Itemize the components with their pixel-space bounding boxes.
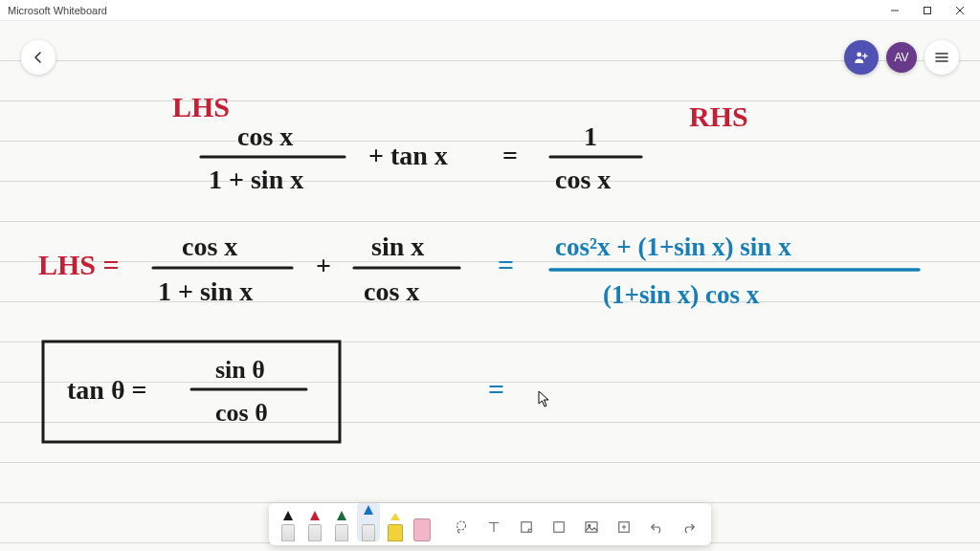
svg-point-15: [457, 521, 466, 530]
highlighter-yellow[interactable]: [384, 509, 407, 541]
window-controls: [879, 0, 976, 21]
image-tool[interactable]: [577, 513, 606, 541]
window-titlebar: Microsoft Whiteboard: [0, 0, 980, 21]
shape-tool[interactable]: [545, 513, 573, 541]
close-button[interactable]: [944, 0, 976, 21]
text-tool[interactable]: [479, 513, 508, 541]
invite-button[interactable]: [844, 40, 879, 75]
svg-rect-18: [586, 522, 597, 533]
undo-button[interactable]: [642, 513, 671, 541]
user-avatar[interactable]: AV: [886, 42, 917, 73]
svg-rect-17: [554, 522, 565, 533]
pen-green[interactable]: [330, 509, 353, 541]
lasso-tool[interactable]: [447, 513, 476, 541]
eraser-tool[interactable]: [411, 509, 434, 541]
pen-blue[interactable]: [357, 503, 380, 541]
svg-rect-16: [522, 522, 532, 533]
note-tool[interactable]: [512, 513, 541, 541]
pen-black[interactable]: [277, 509, 300, 541]
canvas-topbar: AV: [0, 36, 980, 78]
svg-rect-1: [924, 7, 931, 13]
pen-toolbar: [269, 503, 711, 545]
whiteboard-canvas[interactable]: AV LHS RHS cos x 1 + sin x + tan x = 1 c…: [0, 21, 980, 551]
add-tool[interactable]: [610, 513, 638, 541]
pen-red[interactable]: [303, 509, 326, 541]
window-title: Microsoft Whiteboard: [4, 5, 879, 16]
svg-point-4: [857, 53, 861, 57]
ruled-background: [0, 21, 980, 551]
back-button[interactable]: [21, 40, 56, 75]
settings-menu-button[interactable]: [924, 40, 959, 75]
maximize-button[interactable]: [911, 0, 944, 21]
redo-button[interactable]: [675, 513, 703, 541]
minimize-button[interactable]: [879, 0, 911, 21]
